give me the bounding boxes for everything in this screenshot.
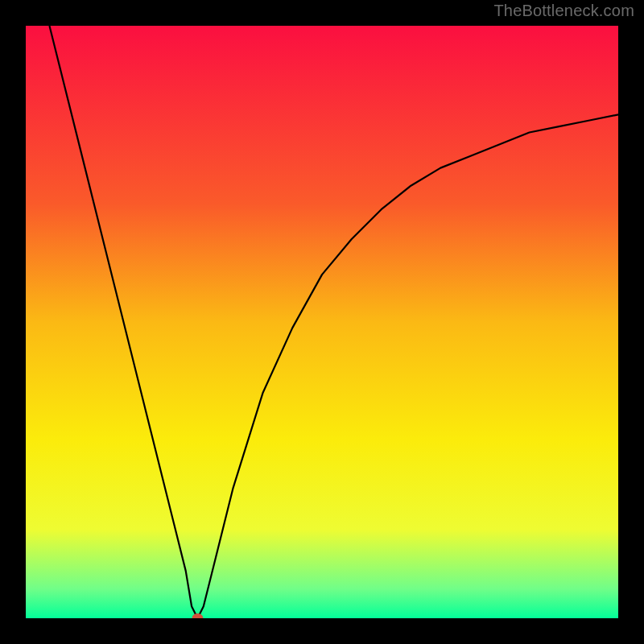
plot-background [26,26,618,618]
chart-container: TheBottleneck.com [0,0,644,644]
bottleneck-chart [0,0,644,644]
watermark-text: TheBottleneck.com [493,2,634,20]
